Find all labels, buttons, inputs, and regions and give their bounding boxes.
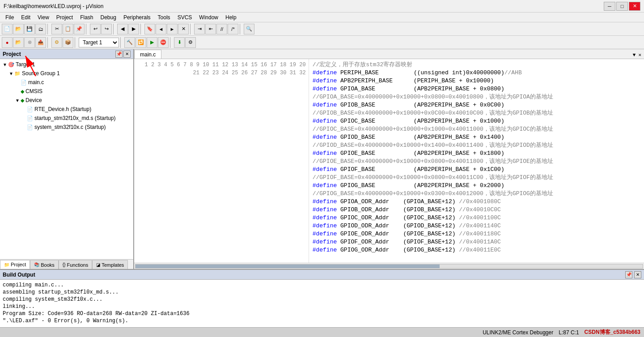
indent-button[interactable]: ⇥ [194, 24, 205, 34]
undo-button[interactable]: ↩ [90, 24, 101, 34]
export-btn[interactable]: 📤 [35, 37, 46, 48]
editor-area: main.c ▼ ✕ 1 2 3 4 5 6 7 8 9 10 11 12 13… [134, 49, 644, 269]
proj-tab-functions[interactable]: {}Functions [59, 260, 92, 269]
toolbar-sep1 [47, 24, 50, 34]
menu-item-debug[interactable]: Debug [97, 13, 120, 22]
open-proj-btn[interactable]: 📂 [13, 37, 24, 48]
toolbar-sep5 [190, 24, 193, 34]
panel-close-button[interactable]: ✕ [123, 51, 131, 58]
bookmark-button[interactable]: 🔖 [144, 24, 155, 34]
new-button[interactable]: 📄 [2, 24, 13, 34]
bookmark-prev-button[interactable]: ◄ [156, 24, 166, 34]
tree-item-startupstm32f10xmdsstartup[interactable]: 📄startup_stm32f10x_md.s (Startup) [0, 114, 133, 123]
proj-tab-templates[interactable]: ◪Templates [92, 260, 128, 269]
menu-item-tools[interactable]: Tools [154, 13, 174, 22]
close-button[interactable]: ✕ [629, 2, 640, 11]
build-output-title: Build Output [3, 272, 35, 278]
proj-tab-label-books: Books [41, 262, 55, 268]
unindent-button[interactable]: ⇤ [205, 24, 216, 34]
build-line: compiling main.c... [3, 282, 641, 289]
rebuild-btn[interactable]: 🔁 [136, 37, 146, 48]
project-panel-header: Project 📌 ✕ [0, 49, 133, 59]
uncomment-button[interactable]: /* [228, 24, 238, 34]
comment-button[interactable]: // [216, 24, 227, 34]
redo-button[interactable]: ↪ [101, 24, 112, 34]
menu-item-file[interactable]: File [2, 13, 17, 22]
save-all-button[interactable]: 🗂 [35, 24, 46, 34]
bookmark-next-button[interactable]: ► [167, 24, 178, 34]
code-content[interactable]: //宏定义，用于存放stm32寄存器映射 #define PERIPH_BASE… [309, 59, 644, 263]
editor-close-btn[interactable]: ✕ [637, 51, 642, 59]
hscroll-thumb[interactable] [136, 264, 440, 268]
editor-hscroll[interactable] [134, 263, 644, 269]
tree-item-target1[interactable]: ▼🎯Target 1 [0, 60, 133, 69]
target-select[interactable]: Target 1 [79, 38, 119, 47]
toolbar-sep6 [240, 24, 242, 34]
editor-tab-main[interactable]: main.c [134, 50, 161, 59]
menu-item-flash[interactable]: Flash [76, 13, 97, 22]
build-output-close[interactable]: ✕ [634, 271, 641, 278]
rte-config-btn[interactable]: ⚙ [51, 37, 62, 48]
status-right: ULINK2/ME Cortex Debugger L:87 C:1 CSDN博… [483, 328, 640, 336]
translate-btn[interactable]: ▶ [147, 37, 157, 48]
minimize-button[interactable]: ─ [604, 2, 615, 11]
proj-tab-project[interactable]: 📁Project [0, 260, 30, 269]
nav-back-button[interactable]: ◀ [117, 24, 128, 34]
menu-bar: FileEditViewProjectFlashDebugPeripherals… [0, 13, 644, 22]
nav-fwd-button[interactable]: ▶ [128, 24, 139, 34]
build-line: Program Size: Code=936 RO-data=268 RW-da… [3, 310, 641, 317]
tree-item-cmsis[interactable]: ◆CMSIS [0, 87, 133, 96]
project-tree: ▼🎯Target 1▼📁Source Group 1📄main.c◆CMSIS▼… [0, 59, 133, 259]
build-target-btn[interactable]: 🔨 [124, 37, 135, 48]
tree-item-mainc[interactable]: 📄main.c [0, 78, 133, 87]
pack-installer-btn[interactable]: 📦 [63, 37, 73, 48]
tree-item-systemstm32f10xcstartup[interactable]: 📄system_stm32f10x.c (Startup) [0, 123, 133, 132]
main-area: Project 📌 ✕ ▼🎯Target 1▼📁Source Group 1📄m… [0, 49, 644, 269]
menu-item-edit[interactable]: Edit [17, 13, 34, 22]
toolbar-sep8 [75, 37, 77, 48]
save-button[interactable]: 💾 [24, 24, 35, 34]
panel-pin-button[interactable]: 📌 [115, 51, 123, 58]
bookmark-clear-button[interactable]: ✕ [178, 24, 189, 34]
build-line: compiling system_stm32f10x.c... [3, 296, 641, 303]
panel-header-controls: 📌 ✕ [115, 51, 131, 58]
menu-item-window[interactable]: Window [195, 13, 222, 22]
proj-tab-label-templates: Templates [102, 262, 124, 268]
proj-tab-books[interactable]: 📚Books [30, 260, 59, 269]
menu-item-view[interactable]: View [34, 13, 53, 22]
options-btn[interactable]: ⚙ [185, 37, 196, 48]
download-btn[interactable]: ⬇ [174, 37, 185, 48]
code-area[interactable]: 1 2 3 4 5 6 7 8 9 10 11 12 13 14 15 16 1… [134, 59, 644, 263]
menu-item-svcs[interactable]: SVCS [174, 13, 196, 22]
build-line: linking... [3, 303, 641, 310]
build-line: ".\LED.axf" - 0 Error(s), 0 Warning(s). [3, 317, 641, 324]
build-output-pin[interactable]: 📌 [625, 271, 632, 278]
toolbar-row1: 📄 📂 💾 🗂 ✂ 📋 📌 ↩ ↪ ◀ ▶ 🔖 ◄ ► ✕ ⇥ ⇤ // /* … [0, 22, 644, 36]
hscroll-track[interactable] [135, 264, 643, 269]
menu-item-project[interactable]: Project [53, 13, 76, 22]
menu-item-peripherals[interactable]: Peripherals [120, 13, 154, 22]
maximize-button[interactable]: □ [616, 2, 628, 11]
close-proj-btn[interactable]: ⊗ [24, 37, 35, 48]
build-line: assembling startup_stm32fl0x_md.s... [3, 289, 641, 296]
title-text: F:\keilbag\homework\LED.uvproj - μVision [4, 3, 103, 9]
tree-item-sourcegroup1[interactable]: ▼📁Source Group 1 [0, 69, 133, 78]
paste-button[interactable]: 📌 [74, 24, 85, 34]
toolbar-sep9 [120, 37, 123, 48]
open-button[interactable]: 📂 [13, 24, 24, 34]
menu-item-help[interactable]: Help [222, 13, 240, 22]
find-button[interactable]: 🔍 [244, 24, 254, 34]
line-numbers: 1 2 3 4 5 6 7 8 9 10 11 12 13 14 15 16 1… [134, 59, 309, 263]
editor-dropdown-btn[interactable]: ▼ [632, 51, 637, 59]
tree-item-rtedevicehstartup[interactable]: 📄RTE_Device.h (Startup) [0, 105, 133, 114]
tree-item-device[interactable]: ▼◆Device [0, 96, 133, 105]
status-bar: ULINK2/ME Cortex Debugger L:87 C:1 CSDN博… [0, 327, 644, 337]
copy-button[interactable]: 📋 [63, 24, 73, 34]
toolbar-row2: ● 📂 ⊗ 📤 ⚙ 📦 Target 1 🔨 🔁 ▶ ⛔ ⬇ ⚙ [0, 36, 644, 49]
new-uvision-btn[interactable]: ● [2, 37, 13, 48]
status-debugger: ULINK2/ME Cortex Debugger [483, 329, 553, 336]
stop-build-btn[interactable]: ⛔ [158, 37, 169, 48]
cut-button[interactable]: ✂ [51, 24, 62, 34]
status-position: L:87 C:1 [559, 329, 579, 336]
project-panel-title: Project [3, 51, 21, 57]
